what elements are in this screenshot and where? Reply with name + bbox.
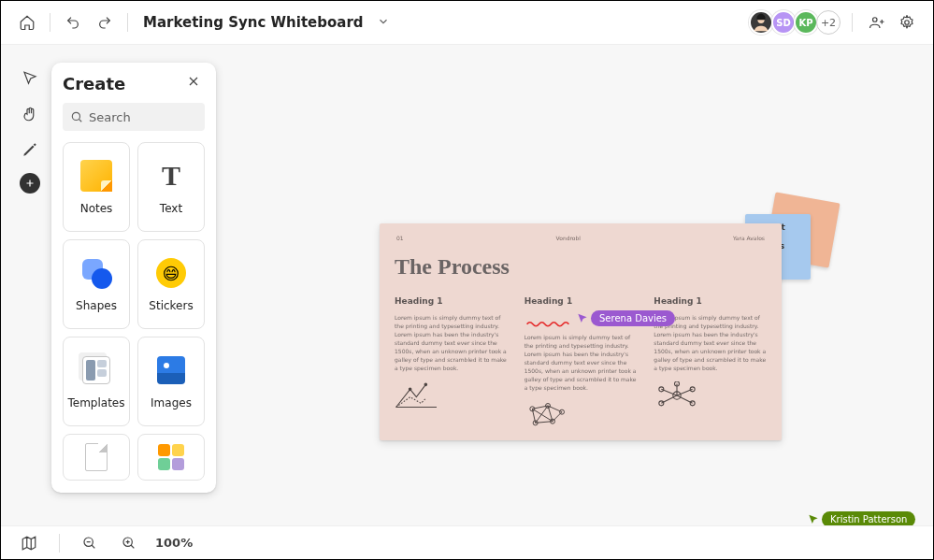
svg-point-2 xyxy=(873,18,878,22)
create-stickers-label: Stickers xyxy=(149,299,193,312)
cursor-serena-label: Serena Davies xyxy=(591,310,675,326)
document-icon xyxy=(85,443,108,471)
template-icon xyxy=(82,356,110,384)
ink-tool[interactable] xyxy=(18,137,42,162)
process-col-1-body: Lorem ipsum is simply dummy text of the … xyxy=(395,313,508,372)
create-notes-label: Notes xyxy=(80,202,113,215)
process-top-right: Yara Avalos xyxy=(733,235,765,241)
svg-point-16 xyxy=(691,401,696,406)
process-top-left: 01 xyxy=(396,235,404,241)
settings-button[interactable] xyxy=(894,9,920,36)
svg-point-6 xyxy=(424,383,427,386)
create-text-card[interactable]: T Text xyxy=(137,142,205,232)
grid-icon xyxy=(158,444,184,470)
process-col-2-body: Lorem ipsum is simply dummy text of the … xyxy=(524,333,638,392)
avatar-2[interactable]: SD xyxy=(771,10,796,35)
svg-point-5 xyxy=(409,388,411,391)
avatar-1[interactable] xyxy=(749,10,773,35)
image-icon xyxy=(157,356,185,384)
create-images-card[interactable]: Images xyxy=(137,337,205,426)
home-button[interactable] xyxy=(14,9,40,36)
create-panel: Create Search Notes T Text Shapes 😄 Stic… xyxy=(51,63,216,493)
process-col-2-art xyxy=(524,401,638,433)
svg-point-14 xyxy=(691,387,696,392)
svg-point-3 xyxy=(905,21,910,25)
separator xyxy=(852,13,853,32)
separator xyxy=(59,534,60,553)
process-col-2-heading: Heading 1 xyxy=(524,296,638,306)
share-button[interactable] xyxy=(864,9,890,36)
create-panel-close[interactable] xyxy=(186,74,205,93)
select-tool[interactable] xyxy=(18,66,42,91)
sticker-icon: 😄 xyxy=(156,258,186,288)
avatar-overflow[interactable]: +2 xyxy=(816,10,841,35)
process-top-center: Vondrobl xyxy=(556,235,581,241)
process-col-1-heading: Heading 1 xyxy=(395,296,508,306)
create-notes-card[interactable]: Notes xyxy=(63,142,130,232)
zoom-out-button[interactable] xyxy=(77,530,103,556)
svg-point-15 xyxy=(659,401,664,406)
process-title: The Process xyxy=(395,254,767,280)
board-title[interactable]: Marketing Sync Whiteboard xyxy=(143,14,364,31)
process-card[interactable]: 01 Vondrobl Yara Avalos The Process Head… xyxy=(380,223,782,440)
create-search-placeholder: Search xyxy=(89,110,131,124)
redo-button[interactable] xyxy=(92,9,118,36)
text-icon: T xyxy=(162,160,180,192)
search-icon xyxy=(70,110,83,123)
board-title-dropdown[interactable] xyxy=(377,14,390,32)
create-extra-card-2[interactable] xyxy=(137,434,205,481)
separator xyxy=(127,13,128,32)
create-panel-title: Create xyxy=(63,74,125,93)
create-shapes-label: Shapes xyxy=(76,299,117,312)
create-extra-card-1[interactable] xyxy=(63,434,130,481)
minimap-button[interactable] xyxy=(16,530,42,556)
process-col-3-heading: Heading 1 xyxy=(654,296,767,306)
create-images-label: Images xyxy=(151,396,192,409)
create-templates-label: Templates xyxy=(67,396,124,409)
zoom-level[interactable]: 100% xyxy=(155,536,193,550)
separator xyxy=(50,13,50,32)
create-templates-card[interactable]: Templates xyxy=(63,337,130,426)
create-search[interactable]: Search xyxy=(63,103,205,131)
undo-button[interactable] xyxy=(60,9,86,36)
svg-point-4 xyxy=(72,112,79,120)
shapes-icon xyxy=(80,257,112,289)
pan-tool[interactable] xyxy=(18,102,42,126)
create-text-label: Text xyxy=(160,202,182,215)
squiggle-annotation xyxy=(524,320,579,327)
note-icon xyxy=(80,160,112,192)
process-col-1-art xyxy=(395,381,508,413)
add-tool[interactable] xyxy=(20,173,40,194)
zoom-in-button[interactable] xyxy=(116,530,142,556)
cursor-serena: Serena Davies xyxy=(576,310,675,326)
process-col-3-art xyxy=(654,381,767,413)
svg-point-13 xyxy=(659,387,664,392)
create-stickers-card[interactable]: 😄 Stickers xyxy=(137,239,205,329)
create-shapes-card[interactable]: Shapes xyxy=(63,239,130,329)
avatar-3[interactable]: KP xyxy=(794,10,818,35)
